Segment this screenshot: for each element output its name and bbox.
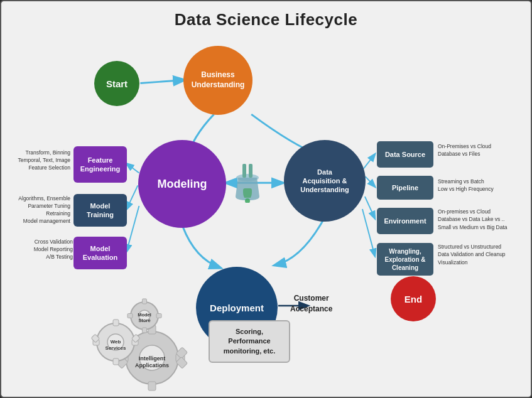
- svg-line-0: [140, 80, 184, 83]
- svg-rect-18: [148, 382, 156, 390]
- svg-text:Intelligent: Intelligent: [139, 355, 166, 362]
- svg-text:Model: Model: [138, 312, 151, 318]
- annotation-environment: On-premises vs Cloud Database vs Data La…: [438, 208, 519, 231]
- annotation-wrangling: Structured vs Unstructured Data Validati…: [438, 243, 519, 266]
- gears-area: Intelligent Applications Web: [89, 298, 215, 398]
- svg-rect-13: [249, 164, 252, 178]
- svg-line-8: [127, 185, 138, 209]
- svg-text:Web: Web: [111, 339, 121, 345]
- data-acq-circle: DataAcquisition &Understanding: [284, 140, 366, 222]
- annotation-data-source: On-Premises vs Cloud Database vs Files: [438, 143, 519, 158]
- annotation-model-eval: Cross Validation Model Reporting A/B Tes…: [4, 239, 73, 261]
- end-circle: End: [391, 276, 436, 321]
- svg-line-7: [127, 164, 139, 173]
- svg-rect-30: [113, 358, 119, 365]
- modeling-circle: Modeling: [138, 140, 226, 228]
- scoring-box: Scoring, Performance monitoring, etc.: [209, 320, 290, 363]
- svg-rect-40: [143, 328, 147, 333]
- svg-rect-12: [242, 164, 246, 178]
- svg-line-9: [127, 206, 139, 251]
- slide-container: Data Science Lifecycle: [0, 0, 532, 398]
- customer-acceptance-label: Customer Acceptance: [290, 293, 332, 315]
- svg-text:Services: Services: [106, 345, 126, 351]
- svg-rect-29: [113, 320, 119, 326]
- business-circle: BusinessUnderstanding: [183, 46, 252, 115]
- svg-line-3: [364, 154, 375, 169]
- annotation-feature-eng: Transform, Binning Temporal, Text, Image…: [1, 149, 70, 172]
- model-training-box: Model Training: [73, 194, 127, 227]
- svg-rect-41: [156, 314, 161, 318]
- svg-line-5: [365, 196, 375, 218]
- annotation-model-training: Algorithms, Ensemble Parameter Tuning Re…: [1, 195, 70, 225]
- start-circle: Start: [94, 61, 139, 106]
- svg-rect-39: [143, 299, 147, 304]
- annotation-pipeline: Streaming vs Batch Low vs High Frequency: [438, 178, 519, 193]
- environment-box: Environment: [377, 208, 433, 234]
- wrangling-box: Wrangling, Exploration & Cleaning: [377, 243, 433, 276]
- pipeline-box: Pipeline: [377, 176, 433, 200]
- svg-line-4: [366, 176, 375, 186]
- svg-text:Applications: Applications: [135, 362, 169, 368]
- model-eval-box: Model Evaluation: [73, 237, 127, 269]
- feature-eng-box: Feature Engineering: [73, 146, 127, 183]
- svg-text:Store: Store: [138, 318, 150, 323]
- svg-rect-42: [128, 314, 133, 318]
- diagram-area: Start BusinessUnderstanding Modeling Dat…: [1, 35, 531, 395]
- data-source-box: Data Source: [377, 141, 433, 168]
- slide-title: Data Science Lifecycle: [1, 1, 531, 35]
- svg-line-6: [362, 209, 375, 255]
- lab-flask-icon: [231, 159, 265, 207]
